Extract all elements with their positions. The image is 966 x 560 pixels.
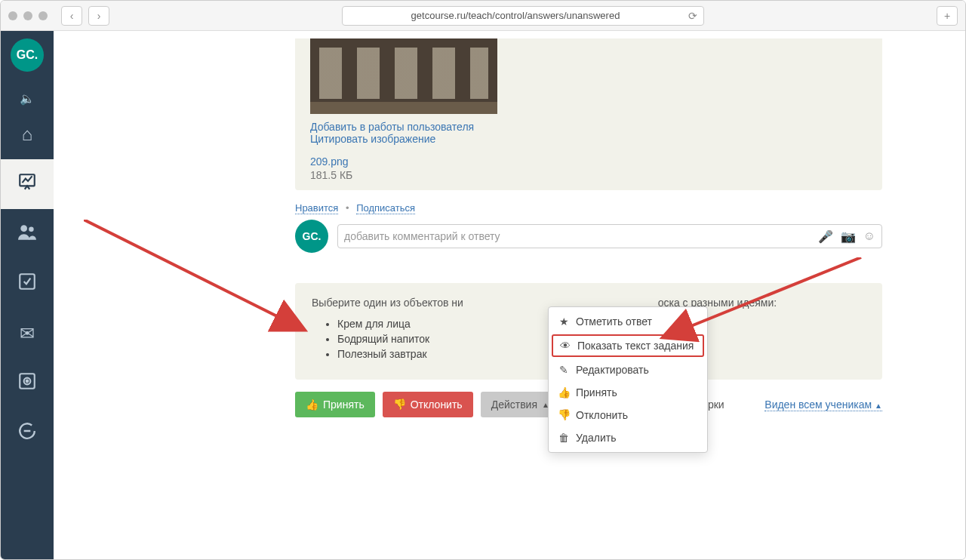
comment-input[interactable]: добавить комментарий к ответу 🎤 📷 ☺ — [337, 224, 882, 248]
thumbs-up-icon: 👍 — [306, 398, 318, 411]
users-icon — [17, 223, 37, 245]
sidebar-item-safe[interactable] — [1, 358, 54, 408]
trash-icon: 🗑 — [558, 432, 570, 444]
checkbox-icon — [17, 272, 37, 296]
edit-icon: ✎ — [558, 364, 570, 376]
accept-button-label: Принять — [323, 398, 365, 411]
thumbs-down-icon: 👍 — [393, 398, 406, 411]
dropdown-item-label: Отметить ответ — [576, 315, 652, 328]
emoji-icon[interactable]: ☺ — [863, 229, 875, 243]
thumbs-up-icon: 👍 — [558, 386, 570, 398]
dropdown-item-edit[interactable]: ✎ Редактировать — [549, 358, 707, 381]
dropdown-item-label: Показать текст задания — [577, 340, 694, 352]
dropdown-item-label: Удалить — [576, 432, 616, 444]
subscribe-link[interactable]: Подписаться — [356, 202, 415, 214]
dropdown-item-show-task[interactable]: 👁 Показать текст задания — [552, 334, 704, 357]
dropdown-item-reject[interactable]: 👍 Отклонить — [549, 404, 707, 426]
url-bar[interactable]: getcourse.ru/teach/control/answers/unans… — [342, 6, 704, 26]
close-window-icon[interactable] — [8, 11, 17, 20]
thumbs-down-icon: 👍 — [558, 409, 570, 421]
dropdown-item-label: Отклонить — [576, 409, 628, 421]
new-tab-button[interactable]: + — [937, 6, 958, 26]
add-to-user-works-link[interactable]: Добавить в работы пользователя — [310, 121, 882, 133]
dropdown-item-accept[interactable]: 👍 Принять — [549, 381, 707, 404]
sidebar-item-chat[interactable] — [1, 408, 54, 458]
reject-button[interactable]: 👍 Отклонить — [383, 392, 473, 417]
comment-placeholder: добавить комментарий к ответу — [344, 230, 811, 242]
star-icon: ★ — [558, 315, 570, 328]
mic-icon[interactable]: 🎤 — [818, 229, 833, 244]
attachment-filesize: 181.5 КБ — [310, 169, 882, 181]
chevron-right-icon: › — [97, 10, 101, 22]
visibility-toggle[interactable]: Виден всем ученикам▲ — [764, 398, 882, 411]
svg-point-2 — [29, 227, 33, 232]
sidebar-item-tasks[interactable] — [1, 259, 54, 309]
browser-toolbar: ‹ › getcourse.ru/teach/control/answers/u… — [1, 1, 965, 31]
annotation-arrow-left — [84, 220, 318, 340]
visibility-label: Виден всем ученикам — [764, 398, 872, 411]
camera-icon[interactable]: 📷 — [841, 229, 856, 244]
post-actions: Нравится • Подписаться — [295, 202, 882, 214]
separator-dot: • — [346, 202, 349, 214]
chevron-left-icon: ‹ — [70, 10, 74, 22]
url-text: getcourse.ru/teach/control/answers/unans… — [349, 10, 682, 21]
content-area: GC. 🔈 ⌂ ✉ — [1, 31, 965, 559]
main-content: Добавить в работы пользователя Цитироват… — [54, 31, 965, 559]
caret-up-icon: ▲ — [875, 402, 882, 410]
actions-button-label: Действия — [491, 398, 537, 411]
gc-logo[interactable]: GC. — [11, 38, 44, 72]
svg-point-1 — [20, 225, 27, 232]
reject-button-label: Отклонить — [411, 398, 463, 411]
sidebar-item-users[interactable] — [1, 209, 54, 259]
speaker-icon: 🔈 — [20, 91, 35, 106]
svg-point-6 — [26, 380, 29, 383]
attachment-thumbnail[interactable] — [310, 38, 497, 114]
chart-presentation-icon — [17, 172, 37, 196]
like-link[interactable]: Нравится — [295, 202, 338, 214]
accept-button[interactable]: 👍 Принять — [295, 392, 375, 417]
sidebar-item-messages[interactable]: ✉ — [1, 309, 54, 358]
comment-row: GC. добавить комментарий к ответу 🎤 📷 ☺ — [295, 220, 882, 253]
avatar: GC. — [295, 220, 328, 253]
quote-image-link[interactable]: Цитировать изображение — [310, 133, 882, 145]
window-controls — [8, 11, 48, 20]
task-prompt-before: Выберите один из объектов ни — [312, 297, 463, 309]
svg-line-7 — [84, 220, 303, 329]
chat-icon — [17, 421, 37, 445]
eye-icon: 👁 — [559, 340, 571, 352]
reload-icon[interactable]: ⟳ — [688, 10, 697, 22]
sidebar-item-sound[interactable]: 🔈 — [1, 87, 54, 109]
dropdown-item-label: Принять — [576, 386, 617, 398]
browser-window: ‹ › getcourse.ru/teach/control/answers/u… — [0, 0, 966, 560]
back-button[interactable]: ‹ — [61, 6, 82, 26]
attachment-filename[interactable]: 209.png — [310, 155, 882, 168]
actions-dropdown-menu: ★ Отметить ответ 👁 Показать текст задани… — [548, 306, 708, 453]
dropdown-item-label: Редактировать — [576, 364, 649, 376]
minimize-window-icon[interactable] — [23, 11, 32, 20]
dropdown-item-mark[interactable]: ★ Отметить ответ — [549, 310, 707, 333]
mail-icon: ✉ — [20, 323, 35, 344]
home-icon: ⌂ — [22, 124, 33, 145]
sidebar: GC. 🔈 ⌂ ✉ — [1, 31, 54, 559]
forward-button[interactable]: › — [88, 6, 109, 26]
sidebar-item-analytics[interactable] — [1, 159, 54, 209]
answer-body: Добавить в работы пользователя Цитироват… — [295, 38, 882, 190]
plus-icon: + — [944, 10, 950, 22]
sidebar-item-home[interactable]: ⌂ — [1, 109, 54, 159]
dropdown-item-delete[interactable]: 🗑 Удалить — [549, 426, 707, 449]
safe-icon — [17, 371, 37, 395]
maximize-window-icon[interactable] — [38, 11, 48, 20]
